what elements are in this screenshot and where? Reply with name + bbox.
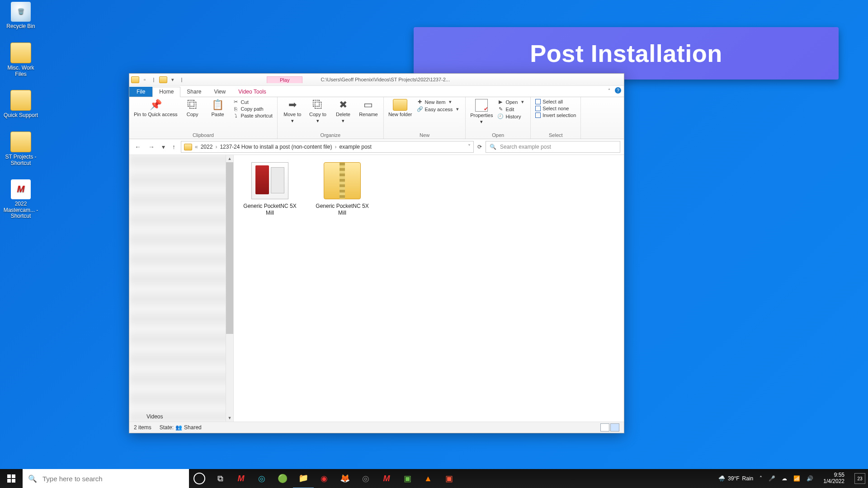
titlebar[interactable]: ▫ | ▾ | Play C:\Users\Geoff Phoenix\Vide… [129,74,624,86]
paste-shortcut-button[interactable]: ⤵Paste shortcut [233,113,273,118]
button-label: Properties [470,113,493,118]
button-label: Copy to [309,112,326,117]
search-box[interactable]: 🔍 [486,141,620,153]
tab-label: Video Tools [238,89,266,95]
taskbar-app-chrome[interactable]: 🟢 [272,469,293,488]
taskbar-app-obs[interactable]: ◎ [355,469,376,488]
nav-forward-button[interactable]: → [146,142,156,151]
pin-to-quick-access-button[interactable]: 📌 Pin to Quick access [134,99,178,117]
cut-button[interactable]: ✂Cut [233,99,273,105]
dropdown-caret-icon: ▾ [316,118,319,123]
easy-access-button[interactable]: 🔗Easy access▾ [417,106,461,112]
desktop-icon-mastercam[interactable]: M 2022 Mastercam... - Shortcut [3,179,39,220]
button-label: Easy access [425,107,453,112]
taskbar-app-mastercam-2[interactable]: M [376,469,397,488]
navpane-scrollbar[interactable]: ▲ ▼ [226,155,233,422]
folder-icon [184,144,192,150]
history-button[interactable]: 🕘History [497,113,526,119]
task-view-button[interactable]: ⧉ [210,469,231,488]
nav-up-button[interactable]: ↑ [170,142,177,151]
file-item[interactable]: Generic PocketNC 5X Mill [315,162,369,216]
breadcrumb-chevron-icon: › [335,144,337,150]
tab-share[interactable]: Share [180,87,208,97]
invert-selection-button[interactable]: Invert selection [535,113,576,118]
taskbar-app-mastercam[interactable]: M [231,469,251,488]
folder-icon [159,76,167,83]
navpane-item-videos[interactable]: Videos [146,413,163,420]
desktop-icon-recycle-bin[interactable]: 🗑️ Recycle Bin [3,2,39,30]
taskbar-app-explorer[interactable]: 📁 [293,469,314,488]
taskbar-app-firefox[interactable]: 🦊 [335,469,355,488]
qat-dropdown-icon[interactable]: ▾ [169,76,176,83]
address-bar[interactable]: « 2022 › 1237-24 How to install a post (… [181,141,474,153]
qat-save-icon[interactable]: ▫ [141,76,148,83]
copy-to-button[interactable]: ⿻Copy to▾ [307,99,328,123]
tab-home[interactable]: Home [152,87,180,97]
nav-recent-dropdown[interactable]: ▾ [160,142,167,151]
taskbar-app-edge[interactable]: ◎ [251,469,272,488]
start-button[interactable] [0,469,23,488]
address-dropdown-icon[interactable]: ˅ [468,144,471,150]
notifications-button[interactable]: 23 [854,473,865,484]
breadcrumb-segment[interactable]: example post [340,144,372,150]
tray-overflow-icon[interactable]: ˄ [760,475,762,482]
taskbar-search-input[interactable] [42,474,184,483]
new-folder-button[interactable]: New folder [388,99,412,117]
tab-video-tools[interactable]: Video Tools [232,87,273,97]
collapse-ribbon-icon[interactable]: ˄ [608,88,610,93]
select-all-button[interactable]: Select all [535,99,576,104]
shared-icon: 👥 [175,424,182,431]
zip-folder-icon [324,162,361,199]
dropdown-caret-icon: ▾ [480,119,483,124]
taskbar-app-generic[interactable]: ◉ [314,469,335,488]
taskbar-search[interactable]: 🔍 [23,469,189,488]
tray-network-icon[interactable]: 📶 [793,475,800,482]
taskbar-app-recorder[interactable]: ▣ [439,469,459,488]
copy-path-icon: ⎘ [233,106,239,112]
rename-button[interactable]: ▭Rename [358,99,379,117]
search-input[interactable] [499,143,616,150]
task-view-button[interactable] [189,469,210,488]
icons-view-button[interactable] [610,423,619,432]
button-label: Select none [542,106,569,111]
breadcrumb-segment[interactable]: 1237-24 How to install a post (non-conte… [220,144,332,150]
copy-path-button[interactable]: ⎘Copy path [233,106,273,112]
navigation-pane[interactable]: ▲ ▼ Videos [129,155,234,422]
edit-button[interactable]: ✎Edit [497,106,526,112]
refresh-button[interactable]: ⟳ [477,144,482,150]
taskbar-app-camtasia[interactable]: ▣ [397,469,418,488]
clock[interactable]: 9:55 1/4/2022 [823,472,844,485]
open-button[interactable]: ▶Open▾ [497,99,526,105]
tab-file[interactable]: File [129,87,152,97]
tray-onedrive-icon[interactable]: ☁ [782,475,787,482]
taskbar-app-vlc[interactable]: ▲ [418,469,439,488]
ribbon-group-select: Select all Select none Invert selection … [531,97,581,139]
delete-button[interactable]: ✖Delete▾ [333,99,354,123]
tray-mic-icon[interactable]: 🎤 [769,475,775,482]
select-none-button[interactable]: Select none [535,106,576,111]
nav-back-button[interactable]: ← [133,142,143,151]
file-explorer-window: ▫ | ▾ | Play C:\Users\Geoff Phoenix\Vide… [129,73,624,433]
properties-button[interactable]: Properties▾ [470,99,493,124]
new-item-button[interactable]: ✚New item▾ [417,99,461,105]
scroll-down-icon[interactable]: ▼ [226,414,233,422]
desktop-icon-misc-work[interactable]: Misc. Work Files [3,42,39,78]
desktop-icon-st-projects[interactable]: ST Projects - Shortcut [3,131,39,167]
tray-volume-icon[interactable]: 🔊 [807,475,813,482]
help-icon[interactable]: ? [615,87,621,94]
details-view-button[interactable] [600,423,609,432]
tab-view[interactable]: View [208,87,232,97]
file-list[interactable]: Generic PocketNC 5X Mill Generic PocketN… [234,155,624,422]
clock-time: 9:55 [834,472,844,479]
new-folder-icon [393,99,407,111]
context-tab-play[interactable]: Play [267,76,302,83]
scroll-up-icon[interactable]: ▲ [226,155,233,162]
scroll-thumb[interactable] [226,162,233,334]
paste-button[interactable]: 📋 Paste [208,99,228,117]
desktop-icon-quick-support[interactable]: Quick Support [3,90,39,119]
move-to-button[interactable]: ➡Move to▾ [282,99,303,123]
weather-widget[interactable]: 🌧️ 39°F Rain [718,475,753,482]
copy-button[interactable]: ⿻ Copy [182,99,203,117]
file-item[interactable]: Generic PocketNC 5X Mill [243,162,297,216]
breadcrumb-segment[interactable]: 2022 [201,144,213,150]
